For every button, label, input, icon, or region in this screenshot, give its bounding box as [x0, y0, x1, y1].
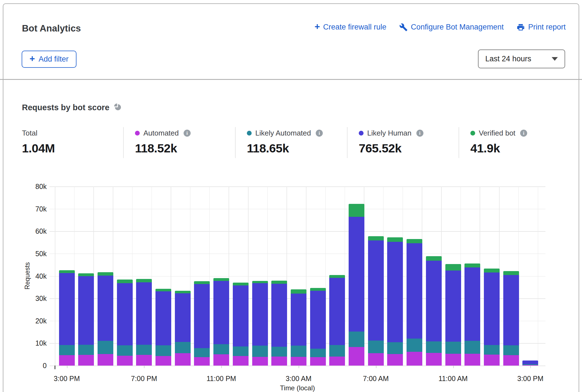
bar-segment-likely-automated — [484, 345, 500, 355]
configure-bot-management-link[interactable]: Configure Bot Management — [399, 23, 504, 31]
bar-column[interactable] — [213, 278, 229, 366]
bar-segment-likely-human — [329, 278, 345, 345]
x-axis-origin-tick — [55, 366, 55, 369]
gridline-horizontal — [49, 366, 545, 366]
bar-segment-automated — [194, 357, 210, 366]
bar-column[interactable] — [503, 271, 519, 366]
bar-column[interactable] — [310, 288, 326, 366]
create-firewall-rule-label: Create firewall rule — [323, 23, 386, 31]
bar-segment-automated — [368, 353, 384, 366]
bar-column[interactable] — [233, 283, 249, 366]
bar-column[interactable] — [291, 289, 306, 366]
bar-segment-likely-human — [136, 282, 152, 345]
x-axis-tick — [221, 366, 222, 368]
gridline-horizontal — [49, 209, 545, 209]
add-filter-button[interactable]: + Add filter — [22, 51, 76, 68]
bar-segment-verified-bot — [329, 275, 345, 278]
bar-column[interactable] — [194, 281, 210, 366]
bar-column[interactable] — [445, 264, 461, 366]
bar-column[interactable] — [368, 236, 384, 366]
bar-segment-likely-automated — [407, 339, 422, 352]
bar-column[interactable] — [175, 291, 191, 366]
bar-segment-automated — [484, 355, 500, 366]
bar-column[interactable] — [252, 281, 268, 366]
stat-likely-automated-value: 118.65k — [247, 141, 347, 155]
print-report-link[interactable]: Print report — [516, 23, 566, 31]
bar-segment-automated — [387, 354, 403, 366]
bar-column[interactable] — [271, 281, 287, 366]
x-tick-label: 11:00 AM — [439, 375, 468, 383]
bar-column[interactable] — [522, 361, 538, 366]
bar-segment-verified-bot — [349, 204, 364, 217]
stat-likely-automated-label: Likely Automated — [255, 129, 311, 138]
bar-column[interactable] — [117, 280, 133, 366]
bar-segment-likely-automated — [291, 346, 306, 357]
bar-column[interactable] — [136, 279, 152, 366]
x-axis-tick — [144, 366, 145, 368]
bar-column[interactable] — [426, 256, 442, 366]
bar-column[interactable] — [155, 289, 171, 366]
add-filter-label: Add filter — [39, 55, 69, 64]
bar-segment-likely-automated — [349, 332, 364, 347]
bar-segment-likely-human — [503, 275, 519, 345]
bar-segment-likely-automated — [445, 342, 461, 354]
bar-segment-verified-bot — [78, 273, 94, 276]
bar-segment-likely-human — [213, 281, 229, 344]
bar-column[interactable] — [98, 272, 113, 366]
bar-segment-likely-automated — [213, 344, 229, 354]
bar-column[interactable] — [484, 269, 500, 366]
stat-automated-label: Automated — [143, 129, 179, 138]
plus-icon: + — [315, 22, 320, 31]
time-range-dropdown[interactable]: Last 24 hours — [478, 49, 565, 68]
bar-column[interactable] — [407, 239, 422, 366]
bar-segment-likely-automated — [329, 345, 345, 357]
bar-segment-verified-bot — [59, 270, 75, 273]
info-icon[interactable]: i — [416, 130, 423, 137]
bar-segment-verified-bot — [407, 239, 422, 243]
info-icon[interactable]: i — [184, 130, 191, 137]
bar-column[interactable] — [59, 270, 75, 366]
bar-segment-likely-human — [175, 293, 191, 342]
bar-segment-likely-human — [78, 276, 94, 345]
bar-column[interactable] — [349, 204, 364, 366]
bar-segment-verified-bot — [194, 281, 210, 284]
stat-likely-human-label: Likely Human — [367, 129, 412, 138]
bar-segment-automated — [98, 354, 113, 366]
x-tick-label: 3:00 PM — [517, 375, 543, 383]
bar-segment-automated — [407, 352, 422, 366]
y-tick-label: 10k — [17, 339, 47, 347]
section-title: Requests by bot score — [22, 103, 109, 112]
stat-total: Total 1.04M — [22, 127, 123, 158]
bar-segment-verified-bot — [136, 279, 152, 282]
bar-column[interactable] — [78, 273, 94, 366]
bar-segment-likely-human — [155, 291, 171, 345]
bar-segment-likely-human — [59, 273, 75, 345]
stats-row: Total 1.04M Automated i 118.52k Likely A… — [22, 127, 572, 158]
bar-segment-likely-automated — [271, 347, 287, 357]
bar-segment-automated — [136, 355, 152, 366]
stat-automated: Automated i 118.52k — [123, 127, 235, 158]
bar-segment-verified-bot — [252, 281, 268, 283]
stat-verified-bot-value: 41.9k — [470, 141, 572, 155]
bar-segment-automated — [117, 356, 133, 366]
bar-segment-likely-human — [98, 276, 113, 341]
bar-segment-verified-bot — [233, 283, 249, 285]
y-tick-label: 30k — [17, 294, 47, 303]
info-icon[interactable]: i — [316, 130, 323, 137]
bar-segment-verified-bot — [213, 278, 229, 281]
bar-segment-automated — [59, 355, 75, 366]
stat-likely-automated: Likely Automated i 118.65k — [235, 127, 347, 158]
bar-segment-likely-automated — [194, 348, 210, 357]
bar-column[interactable] — [464, 263, 480, 366]
bar-segment-likely-human — [387, 242, 403, 343]
create-firewall-rule-link[interactable]: + Create firewall rule — [315, 22, 386, 32]
gridline-vertical — [55, 186, 55, 366]
bar-segment-automated — [252, 357, 268, 366]
bar-column[interactable] — [387, 237, 403, 366]
bar-column[interactable] — [329, 275, 345, 366]
x-axis-tick — [67, 366, 67, 368]
bar-segment-likely-human — [464, 267, 480, 341]
info-icon[interactable]: i — [520, 130, 527, 137]
bar-segment-verified-bot — [484, 269, 500, 272]
y-tick-label: 70k — [17, 205, 47, 213]
